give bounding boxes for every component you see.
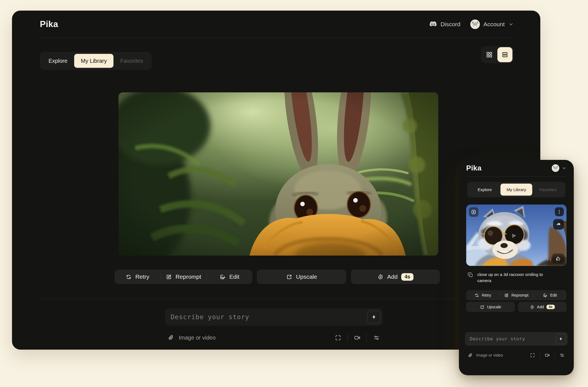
panel-add-seconds-button[interactable]: Add 4s bbox=[518, 302, 567, 312]
panel-account-menu[interactable] bbox=[552, 164, 567, 172]
account-menu[interactable]: Account bbox=[470, 20, 514, 29]
like-button[interactable] bbox=[552, 254, 564, 264]
chevron-down-icon bbox=[508, 21, 514, 27]
video-camera-icon bbox=[545, 352, 550, 358]
retry-button[interactable]: Retry bbox=[115, 270, 160, 284]
divider bbox=[555, 352, 555, 358]
panel-edit-button[interactable]: Edit bbox=[533, 290, 567, 300]
share-button[interactable] bbox=[553, 219, 564, 230]
rows-icon bbox=[501, 51, 509, 58]
more-options-button[interactable] bbox=[555, 207, 564, 216]
upscale-button[interactable]: Upscale bbox=[257, 270, 346, 284]
share-icon bbox=[556, 222, 561, 227]
thumbs-up-icon bbox=[555, 256, 561, 261]
reprompt-icon bbox=[166, 274, 172, 280]
discord-link[interactable]: Discord bbox=[429, 21, 460, 28]
discord-icon bbox=[429, 21, 437, 27]
story-input[interactable] bbox=[170, 313, 367, 321]
retry-icon bbox=[125, 274, 132, 280]
reprompt-icon bbox=[504, 293, 509, 298]
panel-composer-tools bbox=[529, 352, 565, 359]
add-seconds-button[interactable]: Add 4s bbox=[351, 270, 440, 284]
edit-icon bbox=[219, 274, 226, 280]
panel-settings-button[interactable] bbox=[559, 352, 565, 359]
divider bbox=[367, 333, 367, 342]
panel-tab-favorites[interactable]: Favorites bbox=[532, 184, 564, 196]
dog-avatar-icon bbox=[470, 20, 480, 29]
retry-label: Retry bbox=[135, 273, 149, 280]
view-toggle bbox=[481, 46, 514, 63]
camera-options-button[interactable] bbox=[353, 333, 361, 342]
prompt-text: close up on a 3d raccoon smiling to came… bbox=[477, 271, 550, 284]
edit-button[interactable]: Edit bbox=[207, 270, 252, 284]
grid-view-button[interactable] bbox=[482, 48, 496, 62]
duration-badge: 4s bbox=[546, 305, 555, 309]
panel-aspect-ratio-button[interactable] bbox=[529, 352, 536, 359]
main-header: Pika Discord Account bbox=[40, 11, 514, 38]
edit-icon bbox=[543, 293, 548, 298]
attach-label: Image or video bbox=[179, 335, 216, 341]
panel-attach-media-button[interactable]: Image or video bbox=[468, 353, 503, 358]
panel-camera-options-button[interactable] bbox=[544, 352, 551, 359]
chevron-down-icon bbox=[562, 166, 567, 170]
stopwatch-plus-icon bbox=[530, 305, 534, 309]
edit-label: Edit bbox=[229, 273, 239, 280]
play-button[interactable] bbox=[469, 207, 478, 217]
composer-options: Image or video bbox=[165, 332, 383, 343]
frame-corners-icon bbox=[335, 334, 342, 341]
panel-story-input[interactable] bbox=[469, 336, 556, 342]
settings-button[interactable] bbox=[372, 333, 381, 342]
header-right: Discord Account bbox=[429, 20, 514, 29]
upscale-icon bbox=[480, 305, 485, 309]
composer-tools bbox=[334, 333, 381, 342]
page: Pika Discord Account Explore My Library … bbox=[0, 0, 588, 387]
video-player[interactable] bbox=[118, 92, 438, 256]
header-divider bbox=[40, 38, 514, 38]
paperclip-icon bbox=[468, 353, 473, 358]
panel-tab-my-library[interactable]: My Library bbox=[500, 184, 532, 196]
grid-icon bbox=[486, 51, 493, 58]
attach-media-button[interactable]: Image or video bbox=[168, 334, 216, 341]
panel-generate-button[interactable] bbox=[556, 334, 566, 344]
attach-label: Image or video bbox=[476, 353, 503, 357]
sliders-icon bbox=[373, 334, 380, 341]
pika-watermark: PI bbox=[547, 257, 551, 262]
stopwatch-plus-icon bbox=[377, 274, 384, 280]
retry-icon bbox=[475, 293, 479, 298]
tab-my-library[interactable]: My Library bbox=[74, 54, 113, 68]
account-label: Account bbox=[483, 21, 505, 28]
divider bbox=[540, 352, 540, 358]
panel-tab-explore[interactable]: Explore bbox=[469, 184, 500, 196]
rabbit-video-art bbox=[118, 92, 438, 256]
aspect-ratio-button[interactable] bbox=[334, 333, 342, 342]
reprompt-button[interactable]: Reprompt bbox=[161, 270, 206, 284]
tab-favorites[interactable]: Favorites bbox=[113, 54, 150, 68]
play-square-icon bbox=[471, 209, 476, 215]
panel-generate-actions: Upscale Add 4s bbox=[466, 302, 567, 312]
panel-retry-button[interactable]: Retry bbox=[466, 290, 499, 300]
upscale-icon bbox=[286, 274, 292, 280]
video-card[interactable]: PI bbox=[466, 205, 567, 266]
video-actions: Retry Reprompt Edit Upscale Add bbox=[115, 270, 440, 284]
tab-explore[interactable]: Explore bbox=[42, 54, 74, 68]
panel-pika-logo: Pika bbox=[466, 164, 481, 172]
duration-badge: 4s bbox=[401, 273, 413, 281]
retry-label: Retry bbox=[482, 293, 491, 297]
copy-prompt-button[interactable] bbox=[467, 272, 473, 278]
kebab-menu-icon bbox=[556, 209, 562, 215]
story-composer bbox=[165, 308, 383, 326]
copy-icon bbox=[467, 272, 473, 278]
panel-reprompt-button[interactable]: Reprompt bbox=[500, 290, 533, 300]
generate-button[interactable] bbox=[367, 311, 380, 323]
list-view-button[interactable] bbox=[497, 47, 512, 62]
pika-mini-panel: Pika Explore My Library Favorites bbox=[459, 160, 574, 375]
pika-logo: Pika bbox=[40, 19, 58, 29]
panel-story-composer bbox=[465, 332, 568, 346]
panel-composer-options: Image or video bbox=[468, 351, 565, 359]
panel-upscale-button[interactable]: Upscale bbox=[466, 302, 515, 312]
upscale-label: Upscale bbox=[487, 305, 501, 309]
reprompt-label: Reprompt bbox=[511, 293, 528, 297]
video-camera-icon bbox=[354, 334, 361, 341]
sparkle-icon bbox=[371, 314, 377, 320]
edit-label: Edit bbox=[550, 293, 557, 297]
